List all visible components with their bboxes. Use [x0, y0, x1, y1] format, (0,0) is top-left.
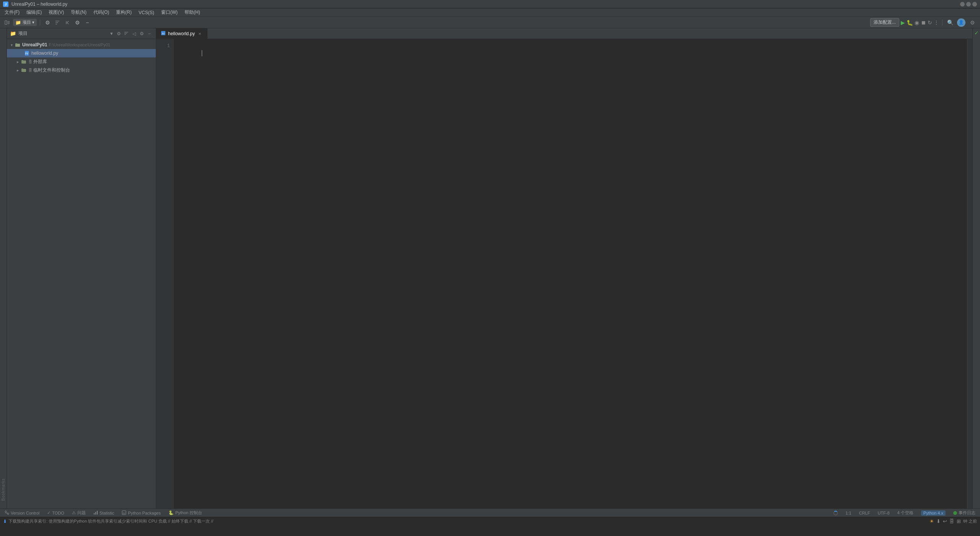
code-editor[interactable]	[173, 39, 967, 508]
right-side-bar: ✓	[972, 28, 980, 508]
status-bar: Version Control ✓ TODO ⚠ 问题 Statistic py…	[0, 508, 980, 517]
indent-item[interactable]: 4 个空格	[896, 509, 915, 517]
panel-sort-btn[interactable]	[123, 30, 130, 37]
event-log-item[interactable]: 事件日志	[952, 509, 977, 517]
run-coverage-button[interactable]: ◉	[915, 20, 919, 26]
python-packages-label: Python Packages	[128, 511, 161, 515]
panel-dropdown-icon[interactable]: ▾	[110, 31, 113, 36]
tab-close-btn[interactable]: ×	[197, 31, 203, 36]
timer-icon: 钟 之前	[963, 518, 977, 524]
left-strip: Bookmarks	[0, 28, 7, 508]
python-version-item[interactable]: Python 4.x	[920, 509, 947, 517]
menu-bar: 文件(F) 编辑(E) 视图(V) 导航(N) 代码(O) 重构(R) VCS(…	[0, 8, 980, 17]
download-icon: ⬇	[3, 519, 7, 524]
editor-content: 1	[156, 39, 972, 508]
python-packages-item[interactable]: py Python Packages	[120, 509, 162, 517]
svg-rect-20	[95, 512, 96, 515]
version-control-label: Version Control	[11, 511, 39, 515]
line-number-1: 1	[156, 42, 170, 50]
temp-files-sub-icon: 🗄	[28, 68, 32, 72]
rebuild-button[interactable]: ↻	[928, 20, 932, 26]
menu-help[interactable]: 帮助(H)	[181, 8, 203, 16]
main-layout: Bookmarks 📁 项目 ▾ ⚙ ◁ ⚙ −	[0, 28, 980, 508]
panel-minus-btn[interactable]: −	[146, 30, 153, 37]
tree-external-libs[interactable]: 🗄 外部库	[7, 57, 156, 66]
settings-btn[interactable]: ⚙	[43, 18, 52, 27]
python-version-badge: Python 4.x	[921, 510, 946, 516]
menu-edit[interactable]: 编辑(E)	[23, 8, 45, 16]
project-selector-label: 项目 ▾	[23, 20, 34, 25]
menu-code[interactable]: 代码(O)	[90, 8, 112, 16]
header-right-icons: 🔍 👤 ⚙	[946, 18, 977, 27]
window-controls	[960, 2, 977, 7]
panel-folder-icon: 📁	[10, 31, 16, 36]
encoding-item[interactable]: UTF-8	[876, 509, 891, 517]
todo-item[interactable]: ✓ TODO	[46, 509, 66, 517]
menu-window[interactable]: 窗口(W)	[158, 8, 181, 16]
panel-collapse-btn[interactable]: ◁	[131, 30, 137, 37]
tree-view: UnrealPy01 F:\UnrealWorkspace\UnrealPy01…	[7, 39, 156, 508]
loading-spinner	[833, 511, 838, 515]
problems-item[interactable]: ⚠ 问题	[70, 509, 87, 517]
external-folder-icon	[21, 59, 27, 65]
root-folder-icon	[15, 42, 21, 48]
svg-rect-21	[97, 511, 98, 515]
add-config-button[interactable]: 添加配置...	[870, 18, 899, 27]
code-analysis-checkmark: ✓	[974, 30, 979, 36]
menu-vcs[interactable]: VCS(S)	[136, 9, 157, 16]
tree-file-helloworld[interactable]: py helloworld.py	[7, 49, 156, 57]
menu-file[interactable]: 文件(F)	[2, 8, 23, 16]
collapse-btn[interactable]	[63, 18, 72, 27]
cursor-position: 1:1	[846, 511, 851, 515]
bottom-info-text: 下载预构建共享索引: 使用预构建的Python 软件包共享索引减少索引时间和 C…	[8, 518, 926, 524]
close-button[interactable]	[972, 2, 977, 7]
problems-icon: ⚠	[72, 510, 76, 515]
version-control-icon	[5, 510, 9, 516]
app-logo: J	[3, 2, 8, 7]
line-separator-item[interactable]: CRLF	[858, 509, 872, 517]
menu-refactor[interactable]: 重构(R)	[113, 8, 135, 16]
panel-gear-btn[interactable]: ⚙	[138, 30, 145, 37]
bottom-bar-icons: ☀ ⬇ ↩ 🗄 ⊞ 钟 之前	[929, 518, 977, 524]
root-label: UnrealPy01	[22, 42, 47, 47]
search-everywhere-btn[interactable]: 🔍	[946, 18, 955, 27]
svg-rect-19	[94, 513, 95, 515]
project-panel: 📁 项目 ▾ ⚙ ◁ ⚙ −	[7, 28, 156, 508]
toolbar-minus-btn[interactable]: −	[83, 18, 91, 27]
menu-view[interactable]: 视图(V)	[46, 8, 67, 16]
event-log-dot	[953, 511, 957, 515]
menu-navigate[interactable]: 导航(N)	[68, 8, 90, 16]
minimize-button[interactable]	[960, 2, 965, 7]
user-avatar[interactable]: 👤	[957, 18, 965, 27]
sort-btn[interactable]	[53, 18, 62, 27]
project-panel-toggle-btn[interactable]	[3, 18, 11, 27]
encoding-label: UTF-8	[878, 511, 890, 515]
python-console-item[interactable]: 🐍 Python 控制台	[167, 509, 204, 517]
temp-files-label: 临时文件和控制台	[33, 67, 70, 74]
panel-title: 项目	[18, 30, 108, 37]
problems-label: 问题	[77, 510, 86, 516]
position-item[interactable]: 1:1	[844, 509, 853, 517]
panel-settings-btn[interactable]: ⚙	[115, 30, 122, 37]
toolbar-gear-btn[interactable]: ⚙	[73, 18, 82, 27]
debug-button[interactable]: 🐛	[906, 20, 913, 26]
python-packages-icon: py	[122, 510, 126, 516]
more-actions-button[interactable]: ⋮	[934, 20, 939, 26]
text-cursor	[202, 50, 202, 56]
tab-helloworld[interactable]: py helloworld.py ×	[156, 28, 207, 39]
svg-text:py: py	[123, 511, 126, 514]
stop-button[interactable]: ⏹	[921, 20, 926, 26]
panel-actions: ⚙ ◁ ⚙ −	[115, 30, 153, 37]
statistic-label: Statistic	[100, 511, 114, 515]
tree-temp-files[interactable]: 🗄 临时文件和控制台	[7, 66, 156, 74]
settings-btn-right[interactable]: ⚙	[968, 18, 977, 27]
run-button[interactable]: ▶	[901, 20, 905, 26]
root-path: F:\UnrealWorkspace\UnrealPy01	[49, 42, 110, 47]
project-selector[interactable]: 📁 项目 ▾	[13, 19, 37, 26]
tree-root-item[interactable]: UnrealPy01 F:\UnrealWorkspace\UnrealPy01	[7, 41, 156, 49]
version-control-item[interactable]: Version Control	[3, 509, 41, 517]
title-bar-left: J UnrealPy01 – helloworld.py	[3, 2, 67, 7]
statistic-item[interactable]: Statistic	[92, 509, 116, 517]
project-selector-icon: 📁	[15, 20, 21, 25]
maximize-button[interactable]	[966, 2, 971, 7]
